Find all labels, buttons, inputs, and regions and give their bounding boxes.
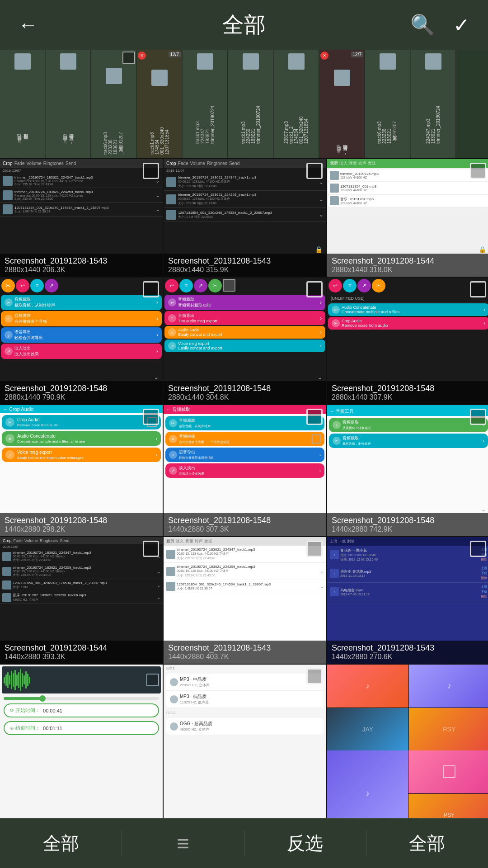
select-checkbox[interactable] [306, 163, 323, 179]
cell-title: Screenshot_20191208-1543 [168, 256, 322, 266]
cell-title: Screenshot_20191208-1544 [5, 643, 158, 653]
audio-icon [380, 53, 396, 70]
back-button[interactable]: ← [18, 14, 38, 36]
cell-sub: 2880x1440 307.9K [332, 393, 485, 401]
audio-icon [60, 53, 76, 70]
cell-sub: 2880x1440 790.9K [5, 393, 158, 401]
audio-card-10[interactable]: trimmer_20190724183621224347.mp3 [411, 50, 456, 158]
cell-sub: 1440x2880 742.9K [332, 525, 485, 533]
screenshot-cell-r4-2[interactable]: ← 音频裁取 ✂ 音频裁取裁取音频，从制作铃声 › ≡ 音频拼接合并拼接多个音频… [164, 405, 326, 536]
select-checkbox[interactable] [306, 281, 323, 297]
audio-icon [243, 53, 259, 70]
select-checkbox[interactable] [306, 668, 323, 684]
nav-all-button[interactable]: 全部 [0, 831, 122, 856]
audio-card-5[interactable]: trimmer_20190724183621224347track1.mp3 [183, 50, 228, 158]
select-checkbox[interactable] [143, 409, 159, 425]
select-checkbox[interactable] [470, 541, 486, 557]
audio-card-3[interactable]: 音乐_20191207183621223238track6.mp3 [91, 50, 136, 158]
audio-label: 服长-一期一会日期.mp3 [62, 71, 75, 144]
search-button[interactable]: 🔍 [410, 13, 435, 37]
screenshot-cell-r6-3[interactable]: ♪ ♪ JAY PSY ♪ [327, 665, 488, 836]
cell-title: Screenshot_20191208-1543 [5, 256, 158, 266]
photo-thumb-1[interactable]: ♪ [327, 665, 408, 708]
cell-info-bar: Screenshot_20191208-1543 2880x1440 315.9… [164, 254, 326, 277]
select-checkbox[interactable] [143, 281, 159, 297]
cell-info-bar: Screenshot_20191208-1548 2880x1440 790.9… [0, 381, 163, 404]
screenshot-cell-r2-1[interactable]: Crop Fade Volume Ringtones Send 2019-12/… [0, 159, 163, 277]
x-badge[interactable]: × [138, 52, 146, 60]
nav-menu-button[interactable]: ≡ [122, 831, 244, 856]
audio-card-2[interactable]: 服长-一期一会日期.mp3 [46, 50, 91, 158]
audio-icon [197, 53, 213, 70]
cell-info-bar: Screenshot_20191208-1548 1440x2880 298.2… [0, 513, 163, 536]
audio-card-4[interactable]: 12/7 × 1207131854001_320x240174534track1… [137, 50, 182, 158]
lock-icon: 🔒 [479, 246, 486, 253]
audio-label: trimmer_20190724183621224259track1.mp3 [241, 71, 261, 144]
screenshot-cell-r3-3[interactable]: ↩ ≡ ↗ ✂ [UNLIMITED USE] ↩ Audio Concaten… [327, 278, 488, 404]
select-checkbox[interactable] [470, 409, 486, 425]
checkbox-3[interactable] [122, 52, 135, 64]
audio-card-8[interactable]: 12/7 × 服长-搜索结果日期.mp3 [319, 50, 365, 158]
nav-invert-button[interactable]: 反选 [244, 831, 366, 856]
photo-thumb-psy[interactable]: PSY [409, 708, 488, 751]
audio-label: trimmer_20190724183621224347.mp3 [426, 71, 441, 144]
cell-title: Screenshot_20191208-1543 [168, 643, 322, 653]
cell-title: Screenshot_20191208-1548 [332, 516, 485, 525]
export-opt-1: MP3 · 中品质 [180, 676, 320, 683]
select-checkbox[interactable] [143, 541, 159, 557]
screenshot-cell-r4-3[interactable]: ← 音频工具 ♪ 音频提取从视频MP3转换成式 › ✂ 音频裁取裁剪音频，制作铃… [327, 405, 488, 536]
screenshot-cell-r5-2[interactable]: 裁剪 淡入 音量 铃声 发送 trimmer_20190724_183621_2… [164, 537, 326, 664]
x-badge[interactable]: × [320, 52, 328, 60]
cell-sub: 2880x1440 318.0K [332, 266, 485, 274]
photo-grid: 自己-搜索结果日期.mp3 服长-一期一会日期.mp3 音乐_201912071… [0, 50, 488, 836]
screenshot-cell-r5-3[interactable]: 上滑 下载 删除 ♪ 青花瓷-一颗小花 指定: 00:00:00 / 01:01… [327, 537, 488, 664]
bottom-navigation: 全部 ≡ 反选 全部 [0, 818, 488, 868]
date-badge: 12/7 [351, 52, 363, 57]
screenshot-cell-r3-1[interactable]: ✂ ↩ ≡ ↗ ✂ 音频裁取裁取音频，从制作铃声 › ≡ 音频拼接合并拼接多个音… [0, 278, 163, 404]
cell-title: Screenshot_20191208-1548 [5, 516, 158, 525]
page-title: 全部 [222, 10, 266, 39]
cell-title: Screenshot_20191208-1548 [5, 384, 158, 393]
arrow-down-icon: ⌄ [317, 373, 323, 381]
audio-card-1[interactable]: 自己-搜索结果日期.mp3 [0, 50, 45, 158]
select-checkbox[interactable] [143, 163, 159, 179]
end-time: 00:01:11 [43, 726, 62, 731]
photo-thumb-2[interactable]: ♪ [409, 665, 488, 708]
audio-icon [334, 70, 350, 86]
arrow-down-icon: ⌄ [154, 373, 159, 381]
photo-thumb-jay[interactable]: JAY [327, 708, 408, 751]
app-header: ← 全部 🔍 ✓ [0, 0, 488, 50]
audio-label: 1207131854001_320x240174534track1_223807… [284, 71, 309, 144]
main-content: 自己-搜索结果日期.mp3 服长-一期一会日期.mp3 音乐_201912071… [0, 50, 488, 868]
audio-card-9[interactable]: 音乐_20191207183621223238track6.mp3 [365, 50, 410, 158]
select-checkbox[interactable] [306, 541, 323, 557]
cell-title: Screenshot_20191208-1544 [332, 256, 485, 266]
screenshot-cell-r2-2[interactable]: Crop Fade Volume Ringtones Send 2019-12/… [164, 159, 326, 277]
cell-info-bar: Screenshot_20191208-1548 1440x2880 307.3… [164, 513, 326, 536]
screenshot-cell-r2-3[interactable]: 裁剪 淡入 音量 铃声 发送 trimmer_20190724.mp3 128 … [327, 159, 488, 277]
nav-select-all-button[interactable]: 全部 [366, 831, 488, 856]
screenshot-cell-r3-2[interactable]: ↩ ≡ ↗ ✂ ↩ 音频裁取音频素材裁取功能 › ≡ 音频导出The audio… [164, 278, 326, 404]
start-time: 00:00:41 [43, 708, 62, 713]
audio-card-7[interactable]: 1207131854001_320x240174534track1_223807… [274, 50, 319, 158]
lock-icon: 🔒 [315, 246, 323, 253]
audio-card-6[interactable]: trimmer_20190724183621224259track1.mp3 [228, 50, 273, 158]
audio-icon [425, 53, 441, 70]
screenshot-cell-r6-1[interactable]: ⟳ 开始时间： 00:00:41 ⊙ 结束时间： 00:01:11 Crop [0, 665, 163, 836]
cell-info-bar: Screenshot_20191208-1543 1440x2880 270.6… [327, 641, 488, 664]
audio-icon [151, 70, 168, 86]
screenshot-cell-r5-1[interactable]: Crop Fade Volume Ringtones Send 2019-12/… [0, 537, 163, 664]
cell-title: Screenshot_20191208-1548 [332, 384, 485, 393]
screenshot-cell-r4-1[interactable]: ← Crop Audio ✂ Crop AudioRemove noise fr… [0, 405, 163, 536]
cell-sub: 1440x2880 298.2K [5, 525, 158, 533]
select-checkbox[interactable] [306, 409, 323, 425]
audio-icon [106, 68, 122, 84]
screenshot-cell-r6-2[interactable]: MP3 MP3 · 中品质 220SC HZ, 立体声 MP3 · 低品质 [164, 665, 326, 836]
cell-title: Screenshot_20191208-1543 [332, 643, 485, 653]
confirm-button[interactable]: ✓ [453, 14, 470, 37]
audio-icon [14, 53, 31, 70]
audio-icon [288, 53, 305, 70]
select-checkbox[interactable] [470, 163, 486, 179]
select-checkbox[interactable] [470, 281, 486, 297]
cell-sub: 2880x1440 304.8K [168, 393, 322, 401]
